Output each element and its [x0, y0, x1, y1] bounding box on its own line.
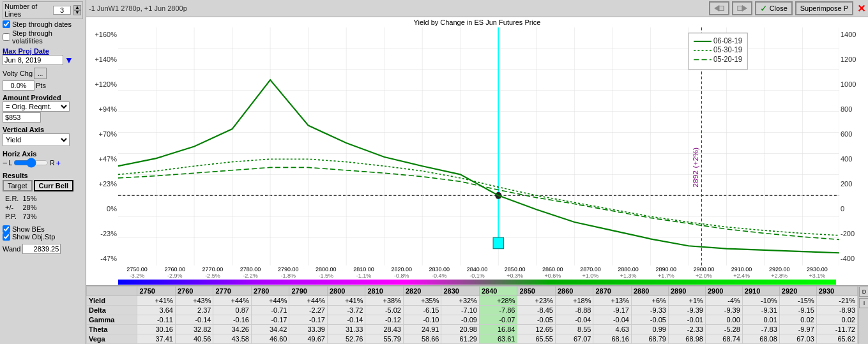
er-value: 15% — [21, 195, 38, 202]
col-header-2820: 2820 — [403, 287, 441, 296]
cell: +13% — [593, 296, 632, 306]
cell: +23% — [517, 296, 556, 306]
cell: 65.55 — [517, 334, 556, 344]
chart-svg-area[interactable]: 2892 (+2%) — [118, 27, 839, 265]
axis-select[interactable]: Yield — [3, 133, 70, 146]
nav-back-icon — [713, 4, 725, 13]
cell: -0.17 — [251, 315, 289, 325]
svg-rect-1 — [719, 6, 724, 10]
spinner-down[interactable]: ▼ — [73, 10, 81, 15]
col-header-2840: 2840 — [479, 287, 517, 296]
volty-input[interactable]: 0.0% — [3, 80, 34, 91]
sidebar-d-button[interactable]: D — [859, 287, 868, 297]
cell: 31.33 — [327, 325, 365, 334]
wand-label: Wand — [3, 245, 20, 253]
cell: -0.05 — [631, 315, 668, 325]
num-lines-spinner[interactable]: ▲ ▼ — [73, 5, 81, 15]
step-dates-row: Step through dates — [3, 20, 83, 28]
cell: -9.39 — [705, 306, 742, 315]
amount-select[interactable]: = Orig. Reqmt. — [3, 101, 70, 112]
nav-back-button[interactable] — [709, 1, 729, 15]
cell: +1% — [668, 296, 705, 306]
cell: -9.15 — [779, 306, 816, 315]
sidebar-i-button[interactable]: I — [859, 298, 868, 308]
max-proj-label[interactable]: Max Proj Date — [3, 47, 83, 55]
cell: -0.71 — [251, 306, 289, 315]
cell: 20.98 — [441, 325, 480, 334]
cell: -5.28 — [705, 325, 742, 334]
cell: -0.14 — [175, 315, 213, 325]
curr-bell-button[interactable]: Curr Bell — [34, 180, 73, 191]
table-row: Theta30.1632.8234.2634.4233.3931.3328.43… — [87, 325, 858, 334]
cell: -0.04 — [593, 315, 632, 325]
x-axis: 2750.00 2760.00 2770.00 2780.00 2790.00 … — [86, 265, 868, 273]
col-header-2910: 2910 — [742, 287, 779, 296]
cell: 2.37 — [175, 306, 213, 315]
cell: -9.97 — [779, 325, 816, 334]
cell: +44% — [251, 296, 289, 306]
col-header-2780: 2780 — [251, 287, 289, 296]
date-arrow-icon: ▼ — [65, 55, 73, 65]
num-lines-row: Number of Lines 3 ▲ ▼ — [3, 1, 83, 19]
cell: -9.39 — [668, 306, 705, 315]
cell: 28.43 — [365, 325, 404, 334]
date-input[interactable]: Jun 8, 2019 — [3, 55, 63, 65]
show-bes-checkbox[interactable] — [3, 225, 10, 233]
cell: 37.41 — [137, 334, 176, 344]
cell: -3.72 — [327, 306, 365, 315]
cell: 12.65 — [517, 325, 556, 334]
amount-section: Amount Provided = Orig. Reqmt. $853 — [3, 92, 83, 123]
pts-label: Pts — [36, 82, 46, 89]
step-vol-checkbox[interactable] — [3, 33, 10, 41]
table-header-row: 2750 2760 2770 2780 2790 2800 2810 2820 … — [87, 287, 858, 296]
superimpose-close-icon[interactable]: ✕ — [857, 3, 865, 15]
cell: 3.64 — [137, 306, 176, 315]
num-lines-input[interactable]: 3 — [53, 6, 71, 15]
volty-btn[interactable]: ... — [34, 68, 47, 79]
svg-rect-3 — [737, 6, 742, 10]
cell: -8.88 — [555, 306, 593, 315]
close-button[interactable]: ✓ Close — [755, 1, 793, 15]
cell: 68.79 — [631, 334, 668, 344]
cell: 0.99 — [631, 325, 668, 334]
cell: -10% — [742, 296, 779, 306]
col-header-2860: 2860 — [555, 287, 593, 296]
amount-value[interactable]: $853 — [3, 112, 41, 123]
svg-text:06-08-19: 06-08-19 — [713, 36, 742, 45]
table-wrapper: 2750 2760 2770 2780 2790 2800 2810 2820 … — [86, 286, 858, 344]
table-with-sidebar: 2750 2760 2770 2780 2790 2800 2810 2820 … — [86, 286, 868, 344]
results-buttons: Target Curr Bell — [3, 180, 83, 191]
cell: -0.14 — [327, 315, 365, 325]
svg-rect-39 — [493, 237, 503, 249]
nav-fwd-button[interactable] — [732, 1, 752, 15]
max-proj-section: Max Proj Date Jun 8, 2019 ▼ — [3, 46, 83, 65]
slider-R-label: R — [50, 160, 54, 167]
checkboxes-bottom: Show BEs Show Obj.Stp — [3, 225, 83, 241]
col-header-2750: 2750 — [137, 287, 176, 296]
cell: -7.86 — [479, 306, 517, 315]
slider-minus-icon[interactable]: − — [3, 158, 8, 168]
y-axis-right: 1400 1200 1000 800 600 400 200 0 -200 -4… — [839, 27, 868, 265]
svg-marker-0 — [714, 6, 719, 11]
cell: -0.01 — [668, 315, 705, 325]
col-header-2870: 2870 — [593, 287, 632, 296]
wand-input[interactable]: 2839.25 — [22, 244, 61, 254]
plus-minus-label: +/- — [4, 204, 20, 211]
cell: 67.03 — [779, 334, 816, 344]
cell: -9.33 — [631, 306, 668, 315]
step-dates-checkbox[interactable] — [3, 20, 10, 28]
data-table-container: 2750 2760 2770 2780 2790 2800 2810 2820 … — [86, 285, 868, 344]
slider-plus-icon[interactable]: + — [56, 158, 61, 168]
cell: 40.56 — [175, 334, 213, 344]
target-button[interactable]: Target — [3, 180, 33, 191]
cell: 63.61 — [479, 334, 517, 344]
superimpose-button[interactable]: Superimpose P — [795, 1, 853, 15]
horiz-axis-slider[interactable] — [13, 158, 49, 168]
cell: 58.66 — [403, 334, 441, 344]
num-lines-label: Number of Lines — [4, 3, 50, 18]
cell: 68.74 — [705, 334, 742, 344]
position-label: -1 JunW1 2780p, +1 Jun 2800p — [89, 4, 187, 12]
show-obj-checkbox[interactable] — [3, 233, 10, 241]
pp-value: 73% — [21, 213, 38, 220]
table-row: Vega37.4140.5643.5846.6049.6752.7655.795… — [87, 334, 858, 344]
